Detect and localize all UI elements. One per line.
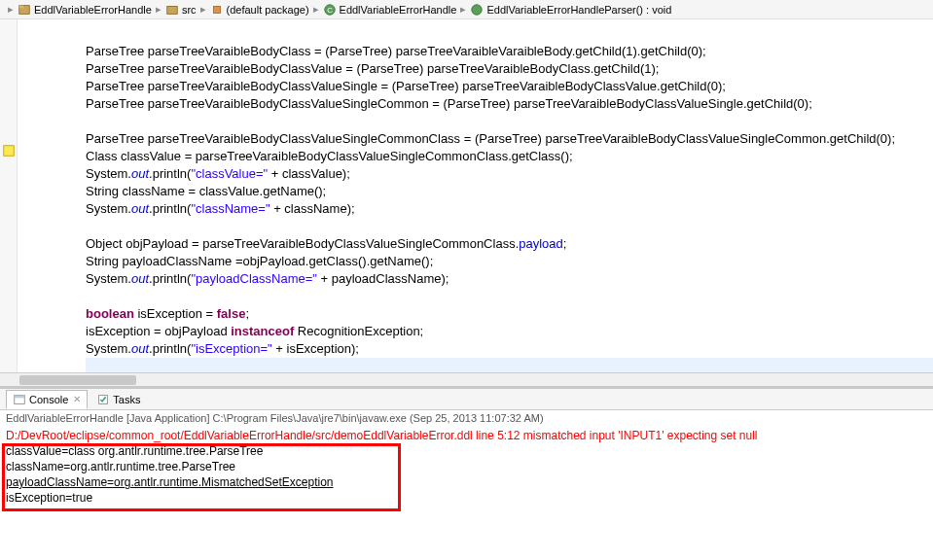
close-icon[interactable]: ✕ (73, 394, 81, 404)
console-link-line[interactable]: payloadClassName=org.antlr.runtime.Misma… (6, 474, 927, 490)
chevron-right-icon: ▸ (460, 3, 466, 16)
breadcrumb-package[interactable]: (default package) (210, 3, 309, 17)
chevron-right-icon: ▸ (8, 3, 14, 16)
code-line: System.out.println("classValue=" + class… (86, 166, 350, 181)
svg-rect-3 (213, 6, 220, 13)
code-line: System.out.println("payloadClassName=" +… (86, 271, 449, 286)
breadcrumb-label: EddlVariableErrorHandleParser() : void (486, 4, 671, 16)
tab-label: Tasks (113, 394, 140, 405)
code-line: String className = classValue.getName(); (86, 184, 326, 198)
code-line: ParseTree parseTreeVaraibleBodyClassValu… (86, 61, 659, 76)
bottom-tabs: Console ✕ Tasks (0, 389, 933, 410)
scrollbar-thumb[interactable] (19, 375, 136, 385)
svg-point-6 (472, 4, 483, 15)
code-line: String payloadClassName =objPayload.getC… (86, 254, 433, 268)
project-icon (18, 3, 31, 17)
gutter (0, 19, 18, 386)
code-line: System.out.println("className=" + classN… (86, 201, 355, 216)
code-content: ParseTree parseTreeVaraibleBodyClass = (… (0, 19, 933, 389)
code-line: ParseTree parseTreeVaraibleBodyClassValu… (86, 79, 726, 93)
code-line: isException = objPayload instanceof Reco… (86, 324, 423, 338)
method-icon (470, 3, 484, 17)
tasks-icon (96, 393, 110, 406)
tab-tasks[interactable]: Tasks (90, 390, 147, 409)
svg-text:C: C (327, 5, 333, 14)
svg-rect-7 (4, 146, 15, 157)
class-icon: C (323, 3, 337, 17)
code-line: Class classValue = parseTreeVaraibleBody… (86, 149, 573, 163)
console-line: isException=true (6, 490, 927, 506)
console-output[interactable]: D:/DevRoot/eclipse/common_root/EddlVaria… (0, 426, 933, 508)
console-line: classValue=class org.antlr.runtime.tree.… (6, 443, 927, 459)
package-icon (210, 3, 224, 17)
code-line: Object objPayload = parseTreeVaraibleBod… (86, 236, 566, 251)
chevron-right-icon: ▸ (313, 3, 319, 16)
breadcrumb-method[interactable]: EddlVariableErrorHandleParser() : void (470, 3, 671, 17)
console-process-label: EddlVariableErrorHandle [Java Applicatio… (0, 410, 933, 426)
breadcrumb-label: EddlVariableErrorHandle (34, 4, 152, 16)
chevron-right-icon: ▸ (200, 3, 206, 16)
code-line: ParseTree parseTreeVaraibleBodyClassValu… (86, 96, 812, 111)
code-line: ParseTree parseTreeVaraibleBodyClass = (… (86, 44, 706, 58)
svg-rect-2 (167, 6, 178, 14)
svg-rect-1 (19, 5, 23, 8)
tab-console[interactable]: Console ✕ (6, 390, 88, 409)
warning-marker-icon[interactable] (2, 144, 16, 158)
breadcrumb-label: src (182, 4, 197, 16)
breadcrumb: ▸ EddlVariableErrorHandle ▸ src ▸ (defau… (0, 0, 933, 19)
breadcrumb-project[interactable]: EddlVariableErrorHandle (18, 3, 152, 17)
breadcrumb-src[interactable]: src (165, 3, 197, 17)
svg-rect-9 (15, 395, 25, 398)
tab-label: Console (29, 394, 68, 405)
code-line: boolean isException = false; (86, 306, 249, 321)
folder-icon (165, 3, 179, 17)
code-line: ParseTree parseTreeVaraibleBodyClassValu… (86, 131, 895, 146)
console-error-line: D:/DevRoot/eclipse/common_root/EddlVaria… (6, 428, 927, 443)
chevron-right-icon: ▸ (156, 3, 161, 16)
console-icon (13, 393, 26, 406)
code-editor[interactable]: ParseTree parseTreeVaraibleBodyClass = (… (0, 19, 933, 389)
breadcrumb-label: (default package) (227, 4, 309, 16)
breadcrumb-class[interactable]: C EddlVariableErrorHandle (323, 3, 457, 17)
horizontal-scrollbar[interactable] (0, 372, 933, 386)
console-line: className=org.antlr.runtime.tree.ParseTr… (6, 459, 927, 474)
code-line: System.out.println("isException=" + isEx… (86, 341, 359, 356)
breadcrumb-label: EddlVariableErrorHandle (340, 4, 457, 16)
